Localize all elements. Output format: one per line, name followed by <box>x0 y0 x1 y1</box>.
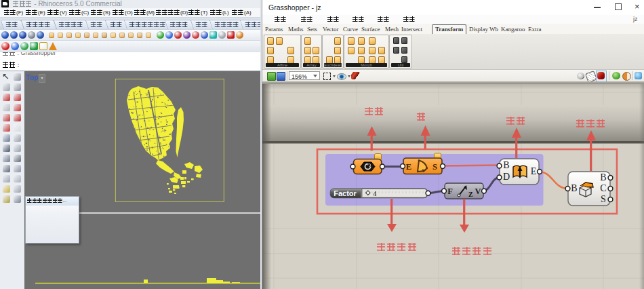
svg-text:Factor: Factor <box>334 189 357 197</box>
svg-text:Z: Z <box>468 191 473 198</box>
svg-text:F: F <box>447 187 453 196</box>
svg-text:B: B <box>503 160 509 170</box>
svg-text:S: S <box>601 194 606 204</box>
svg-text:V: V <box>475 187 481 196</box>
svg-text:S: S <box>432 162 437 172</box>
svg-text:E: E <box>531 166 537 176</box>
svg-text:D: D <box>503 172 510 182</box>
svg-text:B: B <box>600 172 606 182</box>
svg-text:4: 4 <box>373 189 377 197</box>
svg-text:C: C <box>600 183 606 193</box>
svg-text:B: B <box>571 183 577 193</box>
svg-text:E: E <box>406 162 411 172</box>
